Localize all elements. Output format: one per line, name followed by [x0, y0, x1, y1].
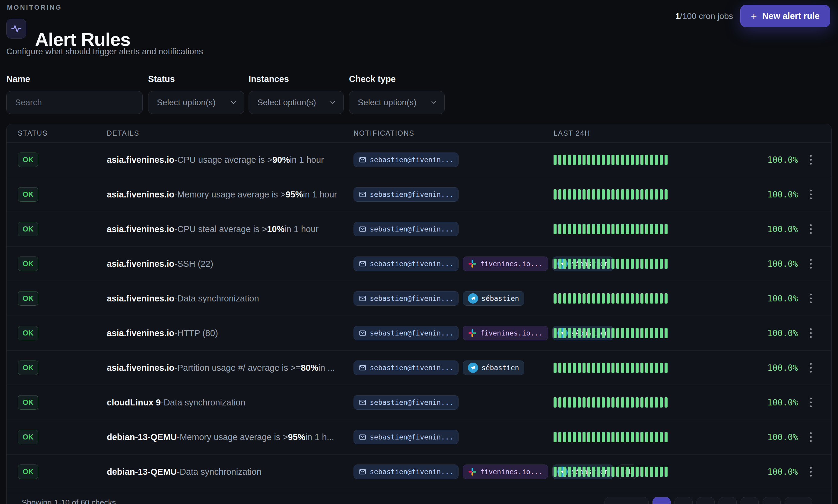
uptime-bar [607, 328, 610, 338]
row-kebab-menu[interactable] [805, 247, 816, 281]
previous-page-button[interactable]: Previous [605, 497, 649, 504]
row-kebab-menu[interactable] [805, 177, 816, 212]
uptime-bar [578, 467, 581, 477]
table-row[interactable]: OKasia.fivenines.io - HTTP (80)sebastien… [7, 316, 831, 350]
uptime-bar [616, 328, 619, 338]
uptime-bar [587, 397, 590, 408]
uptime-bar [587, 363, 590, 373]
rule-details-strong: 95% [288, 432, 305, 442]
new-alert-rule-button[interactable]: + New alert rule [740, 5, 830, 27]
kebab-dot [810, 475, 812, 476]
chevron-down-icon [230, 98, 238, 106]
uptime-bar [578, 155, 581, 165]
uptime-bar [635, 432, 639, 442]
uptime-bar [616, 397, 619, 408]
uptime-bar [631, 328, 634, 338]
uptime-bar [645, 432, 648, 442]
uptime-bar [563, 224, 566, 234]
uptime-bar [660, 363, 663, 373]
table-row[interactable]: OKasia.fivenines.io - Data synchronizati… [7, 281, 831, 316]
uptime-percentage: 100.0% [767, 420, 798, 454]
uptime-bar [602, 293, 605, 304]
new-alert-rule-label: New alert rule [762, 11, 820, 21]
uptime-bar [641, 155, 643, 165]
table-row[interactable]: OKcloudLinux 9 - Data synchronizationseb… [7, 385, 831, 420]
rule-details-text: - [174, 293, 177, 304]
uptime-bar [568, 467, 571, 477]
page-button-6[interactable]: 6 [763, 497, 781, 504]
kebab-dot [810, 367, 812, 368]
notification-badges: sebastien@fivenin...sébastien [353, 350, 524, 385]
rule-details: asia.fivenines.io - Partition usage #/ a… [107, 350, 335, 385]
slack-notification-label: fivenines.io... [480, 260, 543, 268]
next-page-button[interactable]: Next [785, 497, 813, 504]
table-row[interactable]: OKasia.fivenines.io - CPU steal average … [7, 212, 831, 247]
uptime-bar [558, 155, 561, 165]
uptime-bar [621, 224, 624, 234]
uptime-bar [578, 432, 581, 442]
uptime-bar [558, 397, 561, 408]
rule-details-strong: debian-13-QEMU [107, 432, 177, 442]
row-kebab-menu[interactable] [805, 454, 816, 489]
table-row[interactable]: OKasia.fivenines.io - Partition usage #/… [7, 350, 831, 385]
table-row[interactable]: OKasia.fivenines.io - Memory usage avera… [7, 177, 831, 212]
rule-details-text: Memory usage average is > [177, 190, 286, 200]
page-button-2[interactable]: 2 [675, 497, 693, 504]
table-row[interactable]: OKasia.fivenines.io - CPU usage average … [7, 143, 831, 177]
row-kebab-menu[interactable] [805, 281, 816, 316]
last-24h-sparkline [554, 143, 667, 177]
uptime-bar [592, 397, 595, 408]
kebab-dot [810, 263, 812, 265]
page-button-1[interactable]: 1 [652, 497, 670, 504]
page-button-3[interactable]: 3 [697, 497, 715, 504]
name-search-box [6, 91, 143, 114]
uptime-bar [621, 293, 624, 304]
row-kebab-menu[interactable] [805, 350, 816, 385]
instances-select[interactable]: Select option(s) [248, 91, 344, 114]
email-notification-label: sebastien@fivenin... [370, 191, 453, 198]
status-select[interactable]: Select option(s) [148, 91, 244, 114]
rule-details-text: CPU usage average is > [177, 155, 273, 165]
page-subtitle: Configure what should trigger alerts and… [6, 47, 203, 56]
uptime-bar [587, 224, 590, 234]
uptime-bar [587, 189, 590, 200]
page-button-5[interactable]: 5 [740, 497, 759, 504]
telegram-icon [468, 363, 478, 373]
row-kebab-menu[interactable] [805, 420, 816, 454]
telegram-icon [468, 293, 478, 304]
envelope-icon [359, 191, 367, 198]
row-kebab-menu[interactable] [805, 385, 816, 419]
telegram-notification-badge: sébastien [463, 291, 524, 306]
uptime-bar [631, 467, 634, 477]
page-button-4[interactable]: 4 [718, 497, 737, 504]
envelope-icon [359, 156, 367, 164]
uptime-bar [554, 467, 557, 477]
uptime-bar [650, 189, 653, 200]
uptime-bar [611, 467, 614, 477]
email-notification-label: sebastien@fivenin... [370, 364, 453, 372]
table-row[interactable]: OKdebian-13-QEMU - Memory usage average … [7, 420, 831, 454]
row-kebab-menu[interactable] [805, 212, 816, 246]
row-kebab-menu[interactable] [805, 143, 816, 177]
rule-details-text: - [177, 432, 180, 442]
email-notification-label: sebastien@fivenin... [370, 294, 453, 302]
status-cell: OK [18, 350, 38, 385]
last-24h-sparkline [554, 316, 667, 350]
uptime-bar [592, 293, 595, 304]
envelope-icon [359, 329, 367, 337]
row-kebab-menu[interactable] [805, 316, 816, 350]
kebab-dot [810, 440, 812, 442]
kebab-dot [810, 228, 812, 230]
email-notification-badge: sebastien@fivenin... [353, 187, 458, 202]
uptime-bar [573, 432, 576, 442]
check-type-select[interactable]: Select option(s) [349, 91, 444, 114]
uptime-bar [563, 189, 566, 200]
status-cell: OK [18, 212, 38, 246]
rule-details-text: in 1 hour [290, 155, 324, 165]
table-row[interactable]: OKasia.fivenines.io - SSH (22)sebastien@… [7, 247, 831, 281]
telegram-notification-badge: sébastien [463, 361, 524, 375]
kebab-dot [810, 224, 812, 226]
search-input[interactable] [7, 98, 142, 107]
table-row[interactable]: OKdebian-13-QEMU - Data synchronizations… [7, 454, 831, 489]
uptime-bar [665, 293, 667, 304]
